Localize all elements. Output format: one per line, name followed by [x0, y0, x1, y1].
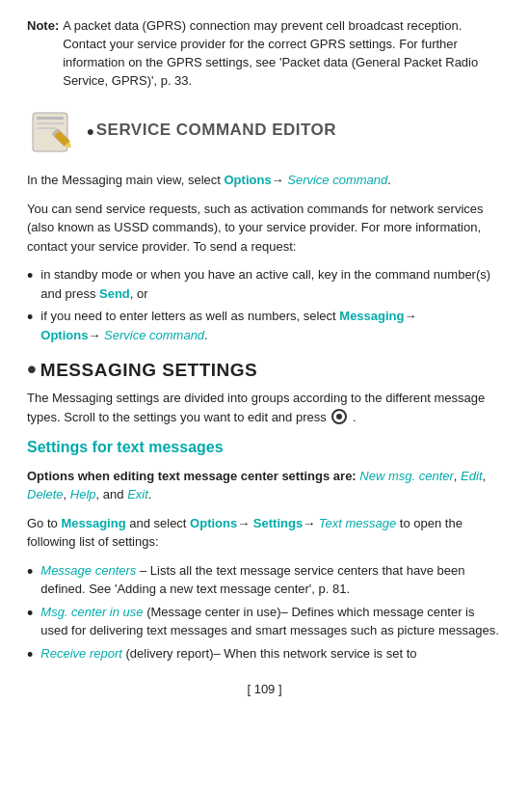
page-number: [ 109 ] [27, 681, 502, 699]
editor-icon [27, 107, 77, 157]
sce-bullet-list: • in standby mode or when you have an ac… [27, 265, 502, 344]
subsection-title: Settings for text messages [27, 436, 502, 458]
sce-bullet-2-text: if you need to enter letters as well as … [40, 307, 416, 344]
sce-bullet-item-1: • in standby mode or when you have an ac… [27, 265, 502, 303]
ms-para1-text: The Messaging settings are divided into … [27, 391, 485, 424]
sce-b2-pre: if you need to enter letters as well as … [40, 309, 339, 323]
sce-para1-post: . [387, 173, 391, 187]
sce-b2-arrow2: → [88, 328, 100, 342]
sce-para1-arrow: → [272, 173, 284, 187]
ms-s1-link: Message centers [40, 563, 136, 578]
note-label: Note: [27, 17, 59, 90]
ms-bullet-sym-2: • [27, 604, 33, 625]
bullet-sym-2: • [27, 308, 33, 329]
ms-opt-post: . [148, 487, 152, 501]
ms-bullet-sym-3: • [27, 645, 33, 666]
ms-goto-link3: Settings [253, 516, 303, 530]
note-block: Note: A packet data (GPRS) connection ma… [27, 17, 502, 90]
sce-para1-link1: Options [225, 173, 272, 187]
ms-setting-2-text: Msg. center in use (Message center in us… [40, 603, 502, 640]
svg-rect-3 [37, 127, 56, 129]
ms-setting-item-3: • Receive report (delivery report)– When… [27, 644, 502, 666]
messaging-settings-header: • MESSAGING SETTINGS [27, 356, 502, 383]
sce-bullet-1-text: in standby mode or when you have an acti… [40, 265, 502, 303]
ms-s3-text: (delivery report)– When this network ser… [125, 646, 416, 661]
ms-goto-arrow1: → [237, 516, 250, 530]
ms-s3-link: Receive report [40, 646, 122, 661]
ms-goto-link2: Options [190, 516, 237, 530]
sce-b2-arrow1: → [405, 309, 417, 323]
ms-para1: The Messaging settings are divided into … [27, 389, 502, 426]
sce-b2-link1: Messaging [339, 309, 404, 323]
ms-para1-post: . [353, 410, 357, 424]
ms-opt-link2: Edit [461, 469, 482, 483]
ms-setting-1-text: Message centers – Lists all the text mes… [40, 561, 502, 599]
big-bullet-sym: • [27, 356, 37, 383]
ms-goto-para: Go to Messaging and select Options→ Sett… [27, 514, 502, 552]
sce-para1: In the Messaging main view, select Optio… [27, 171, 502, 190]
ms-goto-arrow2: → [303, 516, 315, 530]
section-title-row: •SERVICE COMMAND EDITOR [87, 117, 336, 148]
bullet-sym-1: • [27, 266, 33, 287]
ms-goto-link1: Messaging [61, 516, 125, 530]
sce-b1-link: Send [99, 286, 130, 301]
ms-options-label: Options when editing text message center… [27, 469, 359, 483]
sce-bullet-item-2: • if you need to enter letters as well a… [27, 307, 502, 344]
sce-b2-post: . [204, 328, 208, 342]
ms-bullet-sym-1: • [27, 562, 33, 583]
ms-setting-item-2: • Msg. center in use (Message center in … [27, 603, 502, 640]
note-text: A packet data (GPRS) connection may prev… [63, 17, 502, 90]
svg-rect-1 [37, 117, 64, 120]
scroll-icon [331, 409, 347, 424]
ms-goto-link4: Text message [319, 516, 396, 530]
messaging-settings-title: MESSAGING SETTINGS [40, 357, 257, 384]
ms-opt-link1: New msg. center [359, 469, 454, 483]
ms-settings-list: • Message centers – Lists all the text m… [27, 561, 502, 666]
section-title: SERVICE COMMAND EDITOR [96, 122, 336, 140]
ms-setting-item-1: • Message centers – Lists all the text m… [27, 561, 502, 599]
sce-para1-link2: Service command [287, 173, 387, 187]
ms-options-para: Options when editing text message center… [27, 467, 502, 504]
svg-rect-2 [37, 122, 64, 124]
ms-s2-link: Msg. center in use [40, 605, 143, 619]
sce-b1-post: , or [130, 286, 148, 301]
ms-goto-pre: Go to [27, 516, 61, 530]
page-content: Note: A packet data (GPRS) connection ma… [0, 0, 529, 717]
ms-setting-3-text: Receive report (delivery report)– When t… [40, 644, 416, 663]
sce-b2-link2: Options [40, 328, 88, 342]
ms-opt-and: and [103, 487, 124, 501]
title-bullet: • [87, 120, 94, 144]
sce-b2-link3: Service command [104, 328, 204, 342]
service-command-editor-header: •SERVICE COMMAND EDITOR [27, 107, 502, 157]
ms-goto-mid: and select [126, 516, 191, 530]
ms-opt-link3: Delete [27, 487, 64, 501]
ms-opt-link4: Help [70, 487, 96, 501]
sce-para1-pre: In the Messaging main view, select [27, 173, 225, 187]
sce-para2: You can send service requests, such as a… [27, 200, 502, 257]
ms-opt-last: Exit [127, 487, 148, 501]
